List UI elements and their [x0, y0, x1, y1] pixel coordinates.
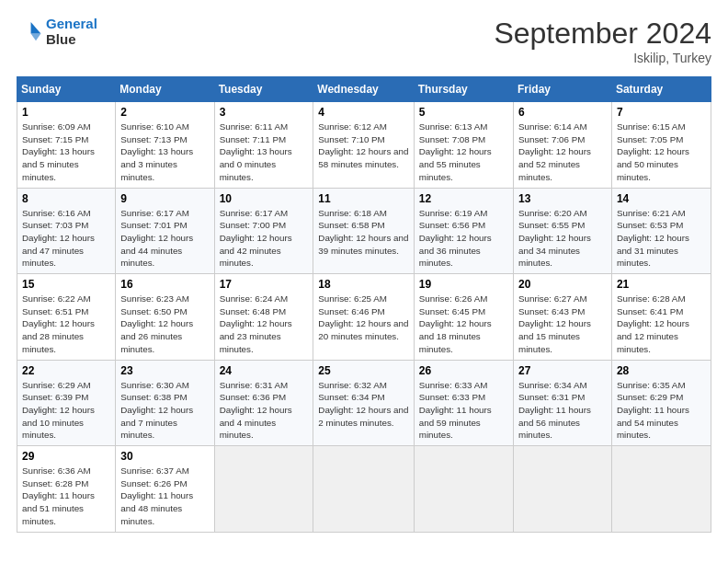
- day-number: 20: [518, 278, 607, 291]
- day-info: Sunrise: 6:23 AMSunset: 6:50 PMDaylight:…: [120, 293, 193, 354]
- day-number: 11: [318, 192, 408, 205]
- day-number: 23: [120, 364, 209, 377]
- calendar-cell: 27 Sunrise: 6:34 AMSunset: 6:31 PMDaylig…: [514, 360, 612, 446]
- calendar-cell: 5 Sunrise: 6:13 AMSunset: 7:08 PMDayligh…: [414, 102, 513, 189]
- logo: General Blue: [17, 17, 97, 47]
- logo-text: General Blue: [46, 17, 97, 47]
- calendar-week-5: 29 Sunrise: 6:36 AMSunset: 6:28 PMDaylig…: [17, 446, 711, 533]
- calendar-week-3: 15 Sunrise: 6:22 AMSunset: 6:51 PMDaylig…: [17, 274, 711, 361]
- calendar-week-4: 22 Sunrise: 6:29 AMSunset: 6:39 PMDaylig…: [17, 360, 711, 446]
- day-info: Sunrise: 6:33 AMSunset: 6:33 PMDaylight:…: [419, 380, 492, 441]
- calendar-cell: 1 Sunrise: 6:09 AMSunset: 7:15 PMDayligh…: [17, 102, 116, 189]
- calendar-cell: 23 Sunrise: 6:30 AMSunset: 6:38 PMDaylig…: [116, 360, 214, 446]
- day-info: Sunrise: 6:35 AMSunset: 6:29 PMDaylight:…: [617, 380, 689, 441]
- calendar-week-1: 1 Sunrise: 6:09 AMSunset: 7:15 PMDayligh…: [17, 102, 711, 189]
- day-number: 25: [318, 364, 408, 377]
- day-info: Sunrise: 6:36 AMSunset: 6:28 PMDaylight:…: [22, 465, 95, 526]
- day-info: Sunrise: 6:17 AMSunset: 7:01 PMDaylight:…: [120, 208, 193, 269]
- day-number: 26: [419, 364, 508, 377]
- calendar-cell: 16 Sunrise: 6:23 AMSunset: 6:50 PMDaylig…: [116, 274, 214, 361]
- day-info: Sunrise: 6:14 AMSunset: 7:06 PMDaylight:…: [518, 121, 591, 182]
- calendar-cell: 21 Sunrise: 6:28 AMSunset: 6:41 PMDaylig…: [611, 274, 711, 361]
- month-title: September 2024: [494, 17, 711, 51]
- day-info: Sunrise: 6:26 AMSunset: 6:45 PMDaylight:…: [419, 293, 492, 354]
- day-number: 29: [22, 450, 110, 463]
- day-info: Sunrise: 6:18 AMSunset: 6:58 PMDaylight:…: [318, 208, 408, 256]
- title-block: September 2024 Iskilip, Turkey: [494, 17, 711, 65]
- calendar-cell: 19 Sunrise: 6:26 AMSunset: 6:45 PMDaylig…: [414, 274, 513, 361]
- day-info: Sunrise: 6:28 AMSunset: 6:41 PMDaylight:…: [617, 293, 689, 354]
- calendar-cell: 2 Sunrise: 6:10 AMSunset: 7:13 PMDayligh…: [116, 102, 214, 189]
- day-info: Sunrise: 6:32 AMSunset: 6:34 PMDaylight:…: [318, 380, 408, 428]
- header-monday: Monday: [116, 77, 214, 102]
- day-info: Sunrise: 6:21 AMSunset: 6:53 PMDaylight:…: [617, 208, 689, 269]
- calendar-cell: [414, 446, 513, 533]
- calendar-cell: 25 Sunrise: 6:32 AMSunset: 6:34 PMDaylig…: [313, 360, 414, 446]
- day-info: Sunrise: 6:27 AMSunset: 6:43 PMDaylight:…: [518, 293, 591, 354]
- day-number: 17: [220, 278, 309, 291]
- calendar-cell: 28 Sunrise: 6:35 AMSunset: 6:29 PMDaylig…: [611, 360, 711, 446]
- day-number: 24: [220, 364, 309, 377]
- day-info: Sunrise: 6:31 AMSunset: 6:36 PMDaylight:…: [220, 380, 292, 441]
- day-number: 2: [120, 106, 209, 119]
- day-number: 4: [318, 106, 408, 119]
- day-number: 12: [419, 192, 508, 205]
- calendar-cell: 13 Sunrise: 6:20 AMSunset: 6:55 PMDaylig…: [514, 188, 612, 274]
- day-number: 7: [617, 106, 706, 119]
- calendar-cell: 30 Sunrise: 6:37 AMSunset: 6:26 PMDaylig…: [116, 446, 214, 533]
- day-info: Sunrise: 6:09 AMSunset: 7:15 PMDaylight:…: [22, 121, 95, 182]
- header-sunday: Sunday: [17, 77, 116, 102]
- calendar-cell: 11 Sunrise: 6:18 AMSunset: 6:58 PMDaylig…: [313, 188, 414, 274]
- day-info: Sunrise: 6:12 AMSunset: 7:10 PMDaylight:…: [318, 121, 408, 169]
- page: General Blue September 2024 Iskilip, Tur…: [0, 0, 728, 563]
- day-info: Sunrise: 6:25 AMSunset: 6:46 PMDaylight:…: [318, 293, 408, 341]
- day-number: 27: [518, 364, 607, 377]
- svg-marker-1: [31, 33, 41, 40]
- calendar-cell: 3 Sunrise: 6:11 AMSunset: 7:11 PMDayligh…: [214, 102, 313, 189]
- day-info: Sunrise: 6:30 AMSunset: 6:38 PMDaylight:…: [120, 380, 193, 441]
- location: Iskilip, Turkey: [494, 51, 711, 65]
- day-number: 30: [120, 450, 209, 463]
- day-info: Sunrise: 6:15 AMSunset: 7:05 PMDaylight:…: [617, 121, 689, 182]
- calendar-cell: 18 Sunrise: 6:25 AMSunset: 6:46 PMDaylig…: [313, 274, 414, 361]
- day-number: 22: [22, 364, 110, 377]
- day-info: Sunrise: 6:20 AMSunset: 6:55 PMDaylight:…: [518, 208, 591, 269]
- logo-icon: [17, 19, 42, 45]
- calendar-cell: 24 Sunrise: 6:31 AMSunset: 6:36 PMDaylig…: [214, 360, 313, 446]
- day-info: Sunrise: 6:16 AMSunset: 7:03 PMDaylight:…: [22, 208, 95, 269]
- day-number: 13: [518, 192, 607, 205]
- day-number: 15: [22, 278, 110, 291]
- day-info: Sunrise: 6:10 AMSunset: 7:13 PMDaylight:…: [120, 121, 193, 182]
- day-info: Sunrise: 6:22 AMSunset: 6:51 PMDaylight:…: [22, 293, 95, 354]
- calendar-cell: 8 Sunrise: 6:16 AMSunset: 7:03 PMDayligh…: [17, 188, 116, 274]
- calendar-cell: 22 Sunrise: 6:29 AMSunset: 6:39 PMDaylig…: [17, 360, 116, 446]
- header-saturday: Saturday: [611, 77, 711, 102]
- calendar-cell: [313, 446, 414, 533]
- calendar-cell: 29 Sunrise: 6:36 AMSunset: 6:28 PMDaylig…: [17, 446, 116, 533]
- day-info: Sunrise: 6:19 AMSunset: 6:56 PMDaylight:…: [419, 208, 492, 269]
- header-friday: Friday: [514, 77, 612, 102]
- day-number: 1: [22, 106, 110, 119]
- calendar-cell: [214, 446, 313, 533]
- day-info: Sunrise: 6:24 AMSunset: 6:48 PMDaylight:…: [220, 293, 292, 354]
- calendar-cell: 20 Sunrise: 6:27 AMSunset: 6:43 PMDaylig…: [514, 274, 612, 361]
- calendar-week-2: 8 Sunrise: 6:16 AMSunset: 7:03 PMDayligh…: [17, 188, 711, 274]
- calendar-cell: 17 Sunrise: 6:24 AMSunset: 6:48 PMDaylig…: [214, 274, 313, 361]
- day-info: Sunrise: 6:34 AMSunset: 6:31 PMDaylight:…: [518, 380, 591, 441]
- header: General Blue September 2024 Iskilip, Tur…: [17, 17, 711, 65]
- calendar-cell: 9 Sunrise: 6:17 AMSunset: 7:01 PMDayligh…: [116, 188, 214, 274]
- day-info: Sunrise: 6:17 AMSunset: 7:00 PMDaylight:…: [220, 208, 292, 269]
- day-number: 28: [617, 364, 706, 377]
- day-number: 5: [419, 106, 508, 119]
- day-number: 10: [220, 192, 309, 205]
- day-number: 6: [518, 106, 607, 119]
- calendar-cell: 26 Sunrise: 6:33 AMSunset: 6:33 PMDaylig…: [414, 360, 513, 446]
- svg-marker-0: [31, 22, 41, 33]
- day-number: 18: [318, 278, 408, 291]
- calendar-table: Sunday Monday Tuesday Wednesday Thursday…: [17, 76, 711, 533]
- day-info: Sunrise: 6:29 AMSunset: 6:39 PMDaylight:…: [22, 380, 95, 441]
- day-number: 9: [120, 192, 209, 205]
- day-number: 3: [220, 106, 309, 119]
- calendar-cell: 10 Sunrise: 6:17 AMSunset: 7:00 PMDaylig…: [214, 188, 313, 274]
- day-info: Sunrise: 6:11 AMSunset: 7:11 PMDaylight:…: [220, 121, 292, 182]
